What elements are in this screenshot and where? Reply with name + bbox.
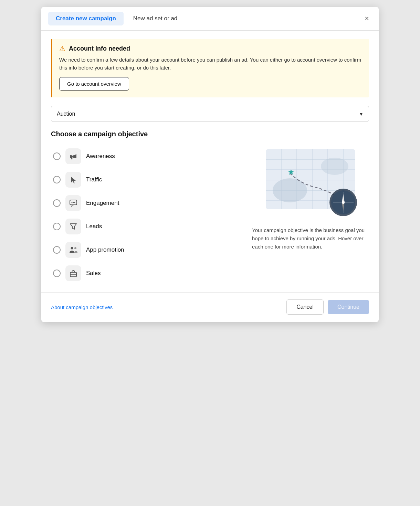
footer-actions: Cancel Continue xyxy=(286,299,369,315)
warning-icon: ⚠ xyxy=(59,44,65,53)
people-icon xyxy=(69,245,78,255)
account-info-alert: ⚠ Account info needed We need to confirm… xyxy=(51,39,369,97)
auction-select[interactable]: Auction Reservation xyxy=(51,106,369,122)
traffic-icon-box xyxy=(65,172,81,188)
svg-rect-0 xyxy=(70,155,72,158)
svg-marker-5 xyxy=(70,224,76,229)
objectives-section-title: Choose a campaign objective xyxy=(51,130,369,138)
leads-icon-box xyxy=(65,219,81,234)
compass xyxy=(329,189,357,216)
continue-button[interactable]: Continue xyxy=(328,300,369,314)
radio-app-promotion[interactable] xyxy=(53,246,61,254)
radio-engagement[interactable] xyxy=(53,199,61,207)
about-campaign-objectives-link[interactable]: About campaign objectives xyxy=(51,304,113,310)
go-to-account-overview-button[interactable]: Go to account overview xyxy=(59,77,129,91)
alert-title-row: ⚠ Account info needed xyxy=(59,44,362,53)
radio-leads[interactable] xyxy=(53,223,61,230)
alert-title: Account info needed xyxy=(69,45,130,52)
modal-footer: About campaign objectives Cancel Continu… xyxy=(41,292,379,322)
radio-traffic[interactable] xyxy=(53,176,61,183)
svg-point-4 xyxy=(74,202,75,203)
illustration-description: Your campaign objective is the business … xyxy=(252,226,369,251)
engagement-icon-box xyxy=(65,195,81,211)
campaign-illustration xyxy=(255,146,366,221)
bag-icon xyxy=(69,269,78,278)
traffic-label: Traffic xyxy=(86,176,102,183)
tab-create-campaign[interactable]: Create new campaign xyxy=(48,12,124,25)
awareness-icon-box xyxy=(65,148,81,164)
leads-label: Leads xyxy=(86,223,102,230)
close-button[interactable]: × xyxy=(362,13,372,24)
svg-point-22 xyxy=(321,158,348,175)
radio-awareness[interactable] xyxy=(53,152,61,160)
svg-point-7 xyxy=(74,247,76,249)
create-campaign-modal: Create new campaign New ad set or ad × ⚠… xyxy=(41,7,379,322)
alert-description: We need to confirm a few details about y… xyxy=(59,56,362,72)
objective-engagement[interactable]: Engagement xyxy=(51,192,242,214)
auction-select-wrapper: Auction Reservation ▼ xyxy=(51,106,369,122)
objective-awareness[interactable]: Awareness xyxy=(51,146,242,167)
objectives-layout: Awareness Traffic xyxy=(51,146,369,284)
illustration-panel: Your campaign objective is the business … xyxy=(252,146,369,284)
svg-point-2 xyxy=(72,202,73,203)
sales-label: Sales xyxy=(86,270,101,277)
modal-body: ⚠ Account info needed We need to confirm… xyxy=(41,31,379,284)
app-promotion-label: App promotion xyxy=(86,246,124,253)
megaphone-icon xyxy=(69,152,78,161)
objective-leads[interactable]: Leads xyxy=(51,216,242,237)
sales-icon-box xyxy=(65,265,81,281)
objectives-list: Awareness Traffic xyxy=(51,146,242,284)
svg-point-3 xyxy=(73,202,74,203)
tab-new-ad-set[interactable]: New ad set or ad xyxy=(127,12,184,25)
svg-point-6 xyxy=(71,247,73,250)
engagement-label: Engagement xyxy=(86,200,119,207)
radio-sales[interactable] xyxy=(53,270,61,277)
chat-icon xyxy=(69,199,78,208)
svg-point-30 xyxy=(342,201,345,204)
awareness-label: Awareness xyxy=(86,153,115,160)
objective-sales[interactable]: Sales xyxy=(51,263,242,284)
objective-app-promotion[interactable]: App promotion xyxy=(51,239,242,261)
cursor-icon xyxy=(69,175,78,184)
objective-traffic[interactable]: Traffic xyxy=(51,169,242,190)
app-promotion-icon-box xyxy=(65,242,81,258)
filter-icon xyxy=(69,222,78,231)
modal-header: Create new campaign New ad set or ad × xyxy=(41,7,379,31)
cancel-button[interactable]: Cancel xyxy=(286,299,324,315)
